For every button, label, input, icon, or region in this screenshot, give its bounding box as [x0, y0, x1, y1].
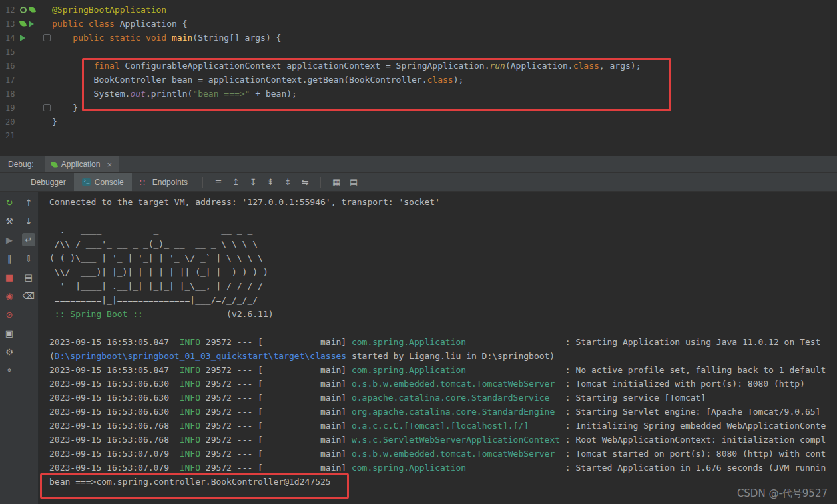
console-line: bean ===>com.spring.controller.BookContr…: [49, 475, 837, 489]
code-line[interactable]: 16 final ConfigurableApplicationContext …: [0, 59, 837, 73]
code-line[interactable]: 12@SpringBootApplication: [0, 3, 837, 17]
console-line: 2023-09-15 16:53:05.847 INFO 29572 --- […: [49, 335, 837, 349]
tab-endpoints[interactable]: Endpoints: [132, 173, 196, 191]
code-text: System.out.println("bean ===>" + bean);: [52, 89, 297, 99]
code-text: @SpringBootApplication: [52, 5, 166, 15]
console-line: 2023-09-15 16:53:07.079 INFO 29572 --- […: [49, 461, 837, 475]
debug-window-header: Debug: Application ×: [0, 156, 837, 173]
console-line: 2023-09-15 16:53:06.768 INFO 29572 --- […: [49, 433, 837, 447]
console-line: ( ( )\___ | '_ | '_| | '_ \/ _` | \ \ \ …: [49, 251, 837, 265]
console-line: :: Spring Boot :: (v2.6.11): [49, 307, 837, 321]
gutter-icons: [20, 21, 41, 27]
scroll-down-icon[interactable]: ↧: [244, 177, 262, 187]
console-line: ' |____| .__|_| |_|_| |_\__, | / / / /: [49, 279, 837, 293]
line-number: 12: [0, 5, 20, 15]
spring-bean-icon[interactable]: [20, 7, 27, 13]
code-line[interactable]: 19 }: [0, 101, 837, 115]
line-number: 21: [0, 131, 20, 140]
pause-icon[interactable]: ∥: [3, 252, 16, 265]
run-main-icon[interactable]: [20, 35, 25, 41]
scroll-to-end-icon[interactable]: ⇩: [22, 252, 35, 265]
up-arrow-icon[interactable]: ↑: [22, 196, 35, 209]
spring-boot-icon: [51, 160, 58, 168]
close-icon[interactable]: ×: [107, 160, 112, 170]
print-icon[interactable]: ▤: [22, 270, 35, 284]
view-breakpoints-icon[interactable]: ◉: [3, 289, 16, 302]
build-icon[interactable]: ⚒: [3, 214, 16, 228]
debug-label: Debug:: [0, 160, 45, 169]
toolbar-separator: [202, 177, 203, 188]
code-line[interactable]: 21: [0, 128, 837, 142]
soft-wrap-toolbar-icon[interactable]: ⇋: [296, 177, 314, 187]
line-number: 16: [0, 61, 20, 71]
debug-actions-rail: ↻⚒▶∥■◉⊘▣⚙⌖: [0, 192, 19, 504]
run-class-icon[interactable]: [29, 21, 34, 27]
down-arrow-icon[interactable]: ↓: [22, 214, 35, 228]
code-text: }: [52, 103, 78, 113]
pin-icon[interactable]: ⌖: [3, 364, 16, 377]
layout-menu-icon[interactable]: ≡: [210, 177, 227, 187]
console-line: 2023-09-15 16:53:06.630 INFO 29572 --- […: [49, 377, 837, 391]
code-line[interactable]: 17 BookController bean = applicationCont…: [0, 73, 837, 87]
console-line: [49, 321, 837, 335]
line-number: 13: [0, 19, 20, 29]
console-icon: [82, 178, 91, 186]
spring-leaf-icon[interactable]: [29, 6, 36, 13]
ide-window: 12@SpringBootApplication13public class A…: [0, 0, 837, 504]
debug-toolbar: DebuggerConsoleEndpoints ≡↥↧⇞⇟⇋ ▦▤: [0, 173, 837, 192]
code-line[interactable]: 20}: [0, 115, 837, 128]
console-line: 2023-09-15 16:53:06.630 INFO 29572 --- […: [49, 405, 837, 419]
gutter-separator: [49, 0, 49, 156]
line-number: 19: [0, 103, 20, 113]
console-line: 2023-09-15 16:53:06.768 INFO 29572 --- […: [49, 419, 837, 433]
clear-all-icon[interactable]: ⌫: [22, 289, 35, 302]
code-text: public class Application {: [52, 19, 188, 29]
code-line[interactable]: 14 public static void main(String[] args…: [0, 31, 837, 45]
console-line: . ____ _ __ _ _: [49, 223, 837, 237]
debug-tab-title: Application: [61, 160, 101, 169]
line-number: 20: [0, 117, 20, 126]
camera-icon[interactable]: ▣: [3, 326, 16, 340]
code-line[interactable]: 18 System.out.println("bean ===>" + bean…: [0, 87, 837, 101]
tab-debugger[interactable]: Debugger: [23, 173, 74, 191]
editor-lines: 12@SpringBootApplication13public class A…: [0, 3, 837, 142]
page-up-icon[interactable]: ⇞: [262, 177, 279, 187]
debug-body: ↻⚒▶∥■◉⊘▣⚙⌖ ↑↓↵⇩▤⌫ Connected to the targe…: [0, 192, 837, 504]
gutter-icons: [20, 35, 41, 41]
debug-tab-application[interactable]: Application ×: [45, 156, 119, 172]
line-number: 15: [0, 47, 20, 57]
console-line: (D:\springboot\springboot_01_03_quicksta…: [49, 349, 837, 363]
resume-icon[interactable]: ▶: [3, 233, 16, 246]
console-line: =========|_|==============|___/=/_/_/_/: [49, 293, 837, 307]
tab-label: Console: [95, 178, 124, 187]
code-line[interactable]: 15: [0, 45, 837, 59]
console-lines: Connected to the target VM, address: '12…: [49, 195, 837, 489]
console-line: /\\ / ___'_ __ _ _(_)_ __ __ _ \ \ \ \: [49, 237, 837, 251]
right-margin-guide: [691, 0, 691, 156]
page-down-icon[interactable]: ⇟: [279, 177, 296, 187]
layout-icon[interactable]: ▤: [345, 177, 362, 187]
console-output[interactable]: Connected to the target VM, address: '12…: [39, 192, 837, 504]
code-line[interactable]: 13public class Application {: [0, 17, 837, 31]
console-line: 2023-09-15 16:53:07.079 INFO 29572 --- […: [49, 447, 837, 461]
file-path-link[interactable]: D:\springboot\springboot_01_03_quickstar…: [55, 351, 346, 361]
console-line: 2023-09-15 16:53:05.847 INFO 29572 --- […: [49, 363, 837, 377]
settings-icon[interactable]: ⚙: [3, 345, 16, 358]
soft-wrap-icon[interactable]: ↵: [22, 233, 35, 246]
fold-area: [41, 34, 52, 41]
line-number: 18: [0, 89, 20, 99]
scroll-up-icon[interactable]: ↥: [227, 177, 244, 187]
code-text: public static void main(String[] args) {: [52, 33, 281, 43]
tab-console[interactable]: Console: [74, 173, 132, 191]
mute-breakpoints-icon[interactable]: ⊘: [3, 308, 16, 321]
gutter-icons: [20, 7, 41, 13]
grid-icon[interactable]: ▦: [328, 177, 345, 187]
code-text: BookController bean = applicationContext…: [52, 75, 463, 85]
watermark: CSDN @-代号9527: [737, 487, 828, 500]
console-line: Connected to the target VM, address: '12…: [49, 195, 837, 209]
fold-area: [41, 104, 52, 111]
stop-icon[interactable]: ■: [3, 270, 16, 284]
spring-leaf-icon[interactable]: [19, 20, 27, 27]
code-editor[interactable]: 12@SpringBootApplication13public class A…: [0, 0, 837, 156]
rerun-icon[interactable]: ↻: [3, 196, 16, 209]
